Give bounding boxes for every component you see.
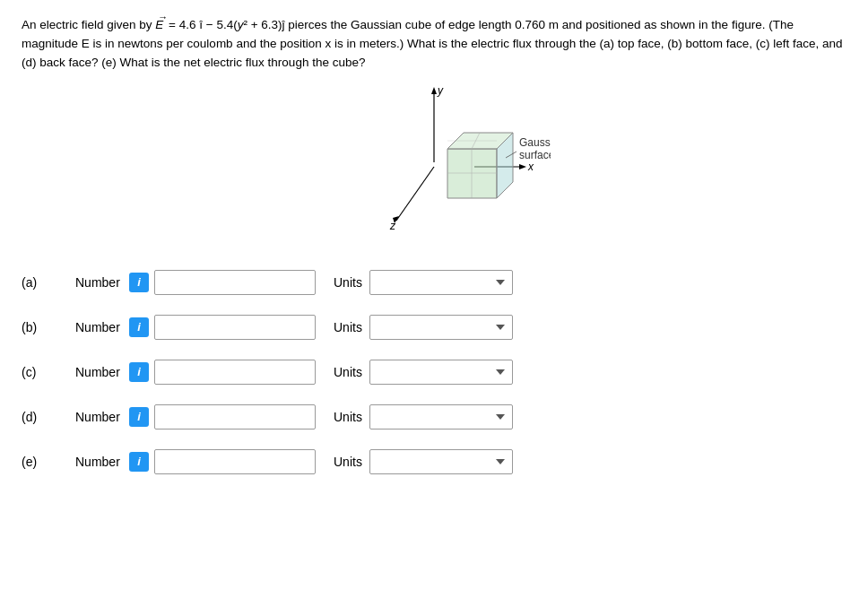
info-button-b[interactable]: i (129, 317, 149, 337)
answer-row-a: (a) Number i Units N·m²/C V·m (22, 270, 846, 295)
number-input-e[interactable] (154, 449, 316, 474)
answer-row-c: (c) Number i Units N·m²/C V·m (22, 360, 846, 385)
svg-marker-1 (431, 87, 437, 94)
info-button-d[interactable]: i (129, 407, 149, 427)
info-button-e[interactable]: i (129, 452, 149, 472)
number-input-d[interactable] (154, 404, 316, 429)
svg-text:Gaussian: Gaussian (519, 136, 551, 149)
info-button-a[interactable]: i (129, 273, 149, 292)
number-label-e: Number (75, 455, 129, 469)
diagram-area: y x z Gaussian su (22, 82, 846, 252)
part-label-c: (c) (22, 365, 75, 379)
svg-text:x: x (527, 161, 534, 173)
answer-row-b: (b) Number i Units N·m²/C V·m (22, 315, 846, 340)
svg-text:z: z (389, 220, 396, 232)
units-select-d[interactable]: N·m²/C V·m (369, 404, 513, 429)
units-label-b: Units (334, 320, 362, 334)
part-label-d: (d) (22, 410, 75, 424)
cube-diagram: y x z Gaussian su (317, 82, 551, 252)
answers-section: (a) Number i Units N·m²/C V·m (b) Number… (22, 270, 846, 474)
svg-marker-9 (447, 149, 497, 198)
answer-row-e: (e) Number i Units N·m²/C V·m (22, 449, 846, 474)
answer-row-d: (d) Number i Units N·m²/C V·m (22, 404, 846, 429)
svg-text:y: y (437, 84, 444, 97)
units-select-b[interactable]: N·m²/C V·m (369, 315, 513, 340)
number-input-c[interactable] (154, 360, 316, 385)
units-select-c[interactable]: N·m²/C V·m (369, 360, 513, 385)
svg-marker-4 (519, 164, 526, 169)
svg-line-6 (396, 167, 434, 221)
part-label-a: (a) (22, 275, 75, 290)
number-label-c: Number (75, 365, 129, 379)
units-label-d: Units (334, 410, 362, 424)
units-label-e: Units (334, 455, 362, 469)
number-label-b: Number (75, 320, 129, 334)
number-label-d: Number (75, 410, 129, 424)
number-input-a[interactable] (154, 270, 316, 295)
units-label-c: Units (334, 365, 362, 379)
number-input-b[interactable] (154, 315, 316, 340)
units-label-a: Units (334, 275, 362, 290)
part-label-e: (e) (22, 455, 75, 469)
number-label-a: Number (75, 275, 129, 290)
cube-svg: y x z Gaussian su (317, 82, 551, 252)
units-select-e[interactable]: N·m²/C V·m (369, 449, 513, 474)
part-label-b: (b) (22, 320, 75, 334)
units-select-a[interactable]: N·m²/C V·m (369, 270, 513, 295)
problem-text: An electric field given by → E = 4.6 î −… (22, 16, 846, 73)
info-button-c[interactable]: i (129, 362, 149, 382)
svg-text:surface: surface (519, 149, 551, 161)
